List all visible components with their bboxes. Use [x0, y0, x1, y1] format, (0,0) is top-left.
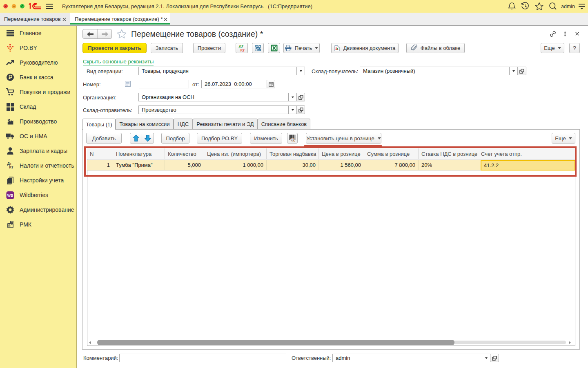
svg-text:WB: WB — [7, 193, 13, 197]
